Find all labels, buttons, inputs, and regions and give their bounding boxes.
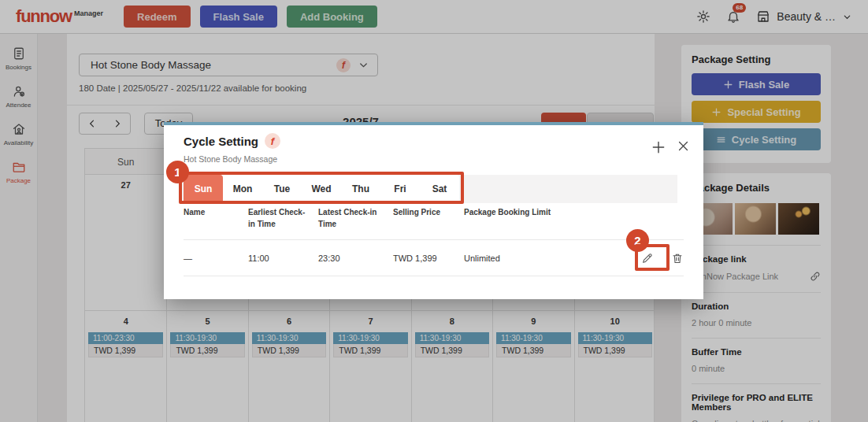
cycle-setting-table: Name Earliest Check-in Time Latest Check… — [184, 207, 684, 276]
column-header: Package Booking Limit — [464, 207, 566, 219]
cell-selling-price: TWD 1,399 — [393, 254, 464, 263]
cell-name: — — [184, 254, 248, 263]
modal-subtitle: Hot Stone Body Massage — [184, 154, 277, 164]
delete-row-button[interactable] — [671, 252, 684, 265]
modal-title: Cycle Setting — [184, 135, 258, 148]
column-header: Name — [184, 207, 248, 219]
funnow-f-icon: f — [265, 133, 280, 149]
table-row: — 11:00 23:30 TWD 1,399 Unlimited — [184, 240, 684, 276]
close-icon — [677, 139, 690, 153]
cell-booking-limit: Unlimited — [464, 254, 566, 263]
column-header: Selling Price — [393, 207, 464, 219]
modal-add-button[interactable] — [651, 139, 666, 155]
cycle-setting-modal: Cycle Setting f Hot Stone Body Massage S… — [164, 122, 703, 299]
cell-earliest-checkin: 11:00 — [248, 254, 318, 263]
column-header: Latest Check-in Time — [318, 207, 393, 230]
annotation-box-edit — [635, 244, 670, 271]
cell-latest-checkin: 23:30 — [318, 254, 393, 263]
modal-close-button[interactable] — [677, 139, 690, 153]
column-header: Earliest Check-in Time — [248, 207, 318, 230]
plus-icon — [651, 139, 666, 155]
table-header-row: Name Earliest Check-in Time Latest Check… — [184, 207, 684, 240]
annotation-box-tabs — [179, 172, 464, 204]
trash-icon — [671, 252, 684, 265]
